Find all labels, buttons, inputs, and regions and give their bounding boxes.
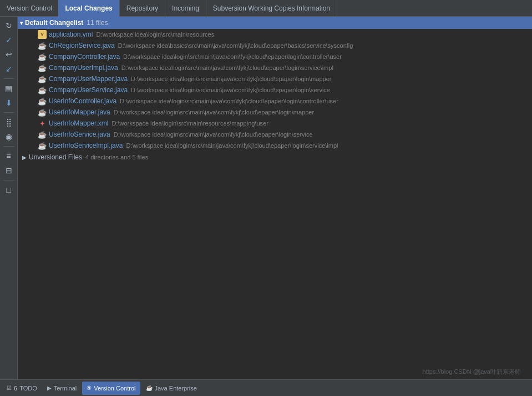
toolbar-separator-4 (3, 180, 14, 181)
yaml-icon: Y (38, 30, 47, 39)
unversioned-arrow: ▶ (22, 154, 27, 161)
update-button[interactable]: ↙ (2, 62, 16, 76)
bottom-tab-terminal[interactable]: ▶ Terminal (43, 382, 82, 395)
bottom-tab-java-enterprise[interactable]: ☕ Java Enterprise (141, 382, 201, 395)
java-icon: ☕ (38, 52, 47, 61)
file-row-chregionservice[interactable]: ☕ ChRegionService.java D:\workspace idea… (18, 40, 532, 51)
file-name: UserInfoMapper.xml (49, 119, 108, 127)
refresh-button[interactable]: ↻ (2, 19, 16, 32)
file-name: UserInfoServiceImpl.java (49, 142, 123, 149)
changelist-arrow: ▾ (20, 20, 23, 26)
bottom-toolbar: ☑ 6 TODO ▶ Terminal ⑨ Version Control ☕ … (0, 379, 532, 396)
java-icon: ☕ (38, 63, 47, 72)
terminal-icon: ▶ (47, 385, 52, 391)
java-icon: ☕ (38, 97, 47, 106)
version-control-label: Version Control: (2, 4, 58, 12)
show-button[interactable]: ◉ (2, 130, 16, 143)
file-row-companycontroller[interactable]: ☕ CompanyController.java D:\workspace id… (18, 51, 532, 62)
file-name: CompanyUserMapper.java (49, 75, 128, 83)
todo-icon: ☑ (7, 385, 12, 391)
bottom-tab-version-control[interactable]: ⑨ Version Control (82, 382, 140, 395)
file-row-userinfocontroller[interactable]: ☕ UserInfoController.java D:\workspace i… (18, 96, 532, 107)
toolbar-separator-1 (3, 78, 14, 79)
file-path: D:\workspace idea\login\src\main\java\co… (131, 76, 331, 82)
file-path: D:\workspace idea\login\src\main\resourc… (112, 120, 268, 127)
file-name: UserInfoService.java (49, 131, 110, 138)
group-by-button[interactable]: ⊟ (2, 164, 16, 177)
java-enterprise-icon: ☕ (146, 385, 153, 391)
file-row-userinfoservice[interactable]: ☕ UserInfoService.java D:\workspace idea… (18, 129, 532, 140)
left-toolbar: ↻ ✓ ↩ ↙ ▤ ⬇ ⣿ ◉ ≡ ⊟ □ (0, 17, 18, 379)
file-path: D:\workspace idea\login\src\main\java\co… (131, 87, 330, 93)
unversioned-label: Unversioned Files (29, 153, 82, 161)
todo-number: 6 (14, 385, 17, 392)
file-path: D:\workspace idea\login\src\main\java\co… (120, 98, 338, 104)
expand-button[interactable]: □ (2, 183, 16, 197)
tab-repository[interactable]: Repository (120, 0, 165, 17)
file-path: D:\workspace idea\login\src\main\java\co… (121, 64, 333, 71)
get-button[interactable]: ⬇ (2, 96, 16, 109)
file-name: CompanyUserImpl.java (49, 64, 118, 72)
rollback-button[interactable]: ↩ (2, 48, 16, 61)
file-path: D:\workspace idea\login\src\main\java\co… (114, 109, 314, 116)
file-name: CompanyController.java (49, 53, 120, 61)
tab-incoming[interactable]: Incoming (165, 0, 206, 17)
tab-bar: Version Control: Local Changes Repositor… (0, 0, 532, 17)
java-icon: ☕ (38, 41, 47, 50)
file-path: D:\workspace idea\basics\src\main\java\c… (118, 42, 353, 49)
file-path: D:\workspace idea\login\src\main\java\co… (114, 131, 313, 138)
file-path: D:\workspace idea\login\src\main\java\co… (126, 142, 338, 149)
file-row-userinfomapper-java[interactable]: ☕ UserInfoMapper.java D:\workspace idea\… (18, 107, 532, 118)
file-path: D:\workspace idea\login\src\main\resourc… (96, 31, 214, 38)
commit-button[interactable]: ✓ (2, 33, 16, 47)
file-path: D:\workspace idea\login\src\main\java\co… (123, 53, 342, 60)
tab-local-changes[interactable]: Local Changes (58, 0, 119, 17)
file-row-application-yml[interactable]: Y application.yml D:\workspace idea\logi… (18, 29, 532, 40)
file-name: ChRegionService.java (49, 42, 115, 49)
java-icon: ☕ (38, 74, 47, 83)
vc-label: Version Control (94, 385, 135, 392)
file-name: UserInfoController.java (49, 97, 116, 105)
xml-icon: ✦ (38, 119, 47, 128)
toolbar-separator-2 (3, 112, 14, 113)
version-control-icon: ⑨ (87, 385, 92, 391)
main-area: ↻ ✓ ↩ ↙ ▤ ⬇ ⣿ ◉ ≡ ⊟ □ ▾ Default Changeli… (0, 17, 532, 379)
changelist-count: 11 files (87, 19, 108, 27)
java-icon: ☕ (38, 141, 47, 150)
changelist-header[interactable]: ▾ Default Changelist 11 files (18, 17, 532, 29)
tab-svn-info[interactable]: Subversion Working Copies Information (206, 0, 337, 17)
unversioned-count: 4 directories and 5 files (85, 154, 148, 161)
file-row-companyuserimpl[interactable]: ☕ CompanyUserImpl.java D:\workspace idea… (18, 62, 532, 73)
file-name: application.yml (49, 31, 93, 38)
bottom-tab-todo[interactable]: ☑ 6 TODO (2, 382, 42, 395)
unversioned-files-row[interactable]: ▶ Unversioned Files 4 directories and 5 … (18, 151, 532, 163)
file-row-companyusermapper[interactable]: ☕ CompanyUserMapper.java D:\workspace id… (18, 73, 532, 84)
file-row-userinfoserviceimpl[interactable]: ☕ UserInfoServiceImpl.java D:\workspace … (18, 140, 532, 151)
file-name: CompanyUserService.java (49, 86, 128, 94)
file-row-userinfomapper-xml[interactable]: ✦ UserInfoMapper.xml D:\workspace idea\l… (18, 118, 532, 129)
java-enterprise-label: Java Enterprise (155, 385, 197, 392)
java-icon: ☕ (38, 108, 47, 117)
diff-button[interactable]: ▤ (2, 82, 16, 95)
tree-area[interactable]: ▾ Default Changelist 11 files Y applicat… (18, 17, 532, 379)
settings-button[interactable]: ≡ (2, 149, 16, 163)
terminal-label: Terminal (54, 385, 77, 392)
java-icon: ☕ (38, 86, 47, 94)
java-icon: ☕ (38, 130, 47, 139)
changelist-name: Default Changelist (25, 19, 83, 27)
shelve-button[interactable]: ⣿ (2, 116, 16, 129)
file-row-companyuserservice[interactable]: ☕ CompanyUserService.java D:\workspace i… (18, 84, 532, 96)
todo-label: TODO (19, 385, 37, 392)
toolbar-separator-3 (3, 146, 14, 147)
file-name: UserInfoMapper.java (49, 108, 110, 116)
